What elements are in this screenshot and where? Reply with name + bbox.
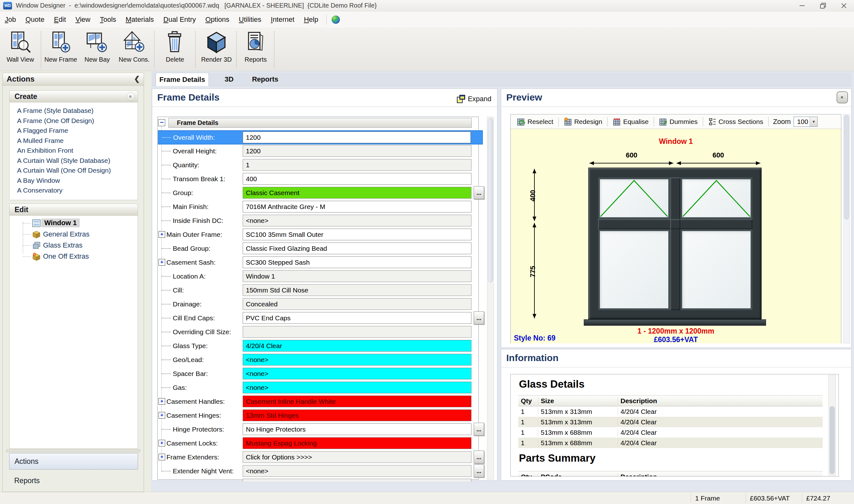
ellipsis-button[interactable]: ... — [474, 186, 484, 199]
field-value-casement-sash[interactable]: SC300 Stepped Sash — [243, 256, 471, 268]
field-value-overall-height[interactable]: 1200 — [243, 145, 471, 157]
reports-button[interactable]: Reports — [238, 30, 273, 69]
ellipsis-button[interactable]: ... — [474, 423, 484, 436]
expander-plus-icon[interactable]: + — [158, 440, 165, 447]
menu-help[interactable]: Help — [299, 12, 323, 28]
render-3d-button[interactable]: Render 3D — [197, 30, 236, 69]
tab-3d[interactable]: 3D — [214, 73, 244, 86]
wall-view-button[interactable]: Wall View — [1, 30, 40, 69]
tree-item-one-off-extras[interactable]: One Off Extras — [10, 251, 138, 262]
field-value-casement-hinges[interactable]: 13mm Std Hinges — [243, 410, 471, 421]
edit-section-header[interactable]: Edit — [9, 204, 138, 216]
close-button[interactable] — [834, 0, 854, 12]
field-value-drainage[interactable]: Concealed — [243, 298, 471, 310]
group-header[interactable]: Frame Details — [168, 118, 472, 128]
create-section-header[interactable]: Create « — [9, 90, 138, 103]
dummies-button[interactable]: Dummies — [656, 118, 701, 126]
collapse-up-icon[interactable]: « — [126, 92, 135, 101]
pane-bottom-left[interactable] — [598, 229, 670, 310]
menu-job[interactable]: Job — [0, 12, 21, 28]
cross-sections-button[interactable]: Cross Sections — [705, 118, 766, 126]
ellipsis-button[interactable]: ... — [474, 465, 484, 478]
field-value-casement-handles[interactable]: Casement Inline Handle White — [243, 396, 471, 407]
field-value-location-a[interactable]: Window 1 — [243, 270, 471, 282]
menu-internet[interactable]: Internet — [266, 12, 299, 28]
scrollbar-thumb[interactable] — [488, 118, 493, 282]
sidebar-collapse-icon[interactable]: ❮ — [134, 75, 140, 83]
field-value-inside-finish-dc[interactable]: <none> — [243, 215, 471, 227]
field-value-transom-break-1[interactable]: 400 — [243, 173, 471, 185]
create-item-a-conservatory[interactable]: A Conservatory — [10, 185, 138, 195]
ellipsis-button[interactable]: ... — [474, 311, 484, 324]
redesign-button[interactable]: Redesign — [561, 118, 606, 126]
collapse-panel-button[interactable]: « — [837, 91, 848, 103]
expand-button[interactable]: Expand — [457, 94, 491, 103]
field-value-hinge-protectors[interactable]: No Hinge Protectors — [243, 424, 471, 435]
expander-plus-icon[interactable]: + — [158, 398, 165, 405]
field-value-group[interactable]: Classic Casement — [243, 187, 471, 199]
new-cons-button[interactable]: New Cons. — [115, 30, 153, 69]
menu-view[interactable]: View — [71, 12, 95, 28]
sidebar-splitter[interactable] — [6, 449, 140, 452]
create-item-an-exhibition-front[interactable]: An Exhibition Front — [10, 145, 138, 156]
create-item-a-frame-one-off-design[interactable]: A Frame (One Off Design) — [10, 116, 138, 126]
nav-reports-button[interactable]: Reports — [9, 474, 138, 487]
field-value-glass-type[interactable]: 4/20/4 Clear — [243, 340, 471, 352]
create-item-a-bay-window[interactable]: A Bay Window — [10, 176, 138, 185]
field-value-spacer-bar[interactable]: <none> — [243, 368, 471, 379]
field-value-geo-lead[interactable]: <none> — [243, 354, 471, 365]
field-value-cill-end-caps[interactable]: PVC End Caps — [243, 312, 471, 324]
expander-plus-icon[interactable]: + — [158, 259, 165, 266]
sash-top-right[interactable] — [680, 177, 752, 219]
expander-plus-icon[interactable]: + — [158, 231, 165, 238]
chevron-down-icon[interactable]: ▼ — [810, 117, 817, 126]
scrollbar-thumb[interactable] — [844, 115, 849, 219]
expander-plus-icon[interactable]: + — [158, 454, 165, 461]
field-value-main-outer-frame[interactable]: SC100 35mm Small Outer — [243, 229, 471, 240]
info-scrollbar[interactable] — [829, 375, 836, 475]
menu-materials[interactable]: Materials — [121, 12, 158, 28]
menu-quote[interactable]: Quote — [21, 12, 49, 28]
field-value-quantity[interactable]: 1 — [243, 159, 471, 171]
menu-edit[interactable]: Edit — [49, 12, 71, 28]
tree-item-general-extras[interactable]: General Extras — [10, 229, 138, 240]
sphere-icon[interactable] — [332, 16, 340, 24]
create-item-a-frame-style-database[interactable]: A Frame (Style Database) — [10, 106, 138, 116]
field-value-frame-extenders[interactable]: Click for Options >>>> — [243, 451, 471, 463]
field-value-overriding-cill-size[interactable] — [243, 326, 471, 338]
new-bay-button[interactable]: New Bay — [80, 30, 115, 69]
field-value-cill[interactable]: 150mm Std Cill Nose — [243, 284, 471, 296]
scrollbar-thumb[interactable] — [830, 406, 835, 474]
field-value-bead-group[interactable]: Classic Fixed Glazing Bead — [243, 242, 471, 254]
ellipsis-button[interactable]: ... — [474, 451, 484, 464]
field-value-gas[interactable]: <none> — [243, 382, 471, 393]
create-item-a-mulled-frame[interactable]: A Mulled Frame — [10, 136, 138, 146]
minimize-button[interactable] — [792, 0, 812, 12]
collapse-minus-icon[interactable]: − — [158, 119, 165, 126]
menu-tools[interactable]: Tools — [95, 12, 121, 28]
menu-dual-entry[interactable]: Dual Entry — [158, 12, 201, 28]
tab-reports[interactable]: Reports — [244, 73, 286, 86]
form-scrollbar[interactable] — [487, 117, 494, 480]
menu-options[interactable]: Options — [201, 12, 234, 28]
reselect-button[interactable]: Reselect — [514, 118, 557, 126]
field-value-extender-night-vent[interactable]: <none> — [243, 465, 471, 477]
field-value-casement-locks[interactable]: Mustang Espag Locking — [243, 437, 471, 449]
expander-plus-icon[interactable]: + — [158, 412, 165, 419]
zoom-combobox[interactable]: 100 ▼ — [794, 117, 818, 127]
tree-item-window-1[interactable]: Window 1 — [10, 218, 138, 229]
window-drawing[interactable] — [588, 167, 762, 319]
sash-top-left[interactable] — [598, 177, 670, 219]
pane-bottom-right[interactable] — [680, 229, 752, 310]
nav-actions-button[interactable]: Actions — [9, 453, 138, 470]
field-value-overall-width[interactable]: 1200 — [243, 131, 471, 143]
menu-utilities[interactable]: Utilities — [234, 12, 266, 28]
tab-frame-details[interactable]: Frame Details — [156, 73, 209, 86]
equalise-button[interactable]: Equalise — [609, 118, 652, 126]
delete-button[interactable]: Delete — [156, 30, 194, 69]
create-item-a-curtain-wall-one-off-design[interactable]: A Curtain Wall (One Off Design) — [10, 165, 138, 176]
restore-button[interactable] — [813, 0, 833, 12]
preview-scrollbar[interactable] — [843, 114, 850, 343]
field-value-empty[interactable] — [243, 479, 471, 482]
tree-item-glass-extras[interactable]: Glass Extras — [10, 240, 138, 251]
